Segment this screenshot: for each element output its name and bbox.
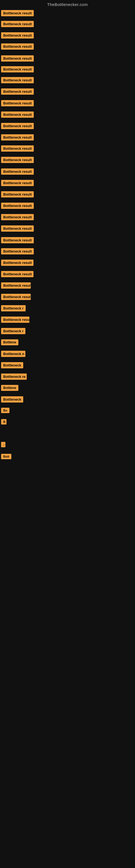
bottleneck-label-0: Bottleneck result [1,10,34,18]
bottleneck-label-24: Bottleneck result [1,282,31,290]
bottleneck-label-5: Bottleneck result [1,66,34,73]
bottleneck-label-34: Bottleneck [1,396,23,404]
bottleneck-label-22: Bottleneck result [1,259,34,267]
bottleneck-label-14: Bottleneck result [1,168,34,176]
bottleneck-label-35: Bo [1,408,9,414]
bottleneck-label-1: Bottleneck result [1,21,34,28]
bottleneck-label-19: Bottleneck result [1,225,34,233]
bottleneck-label-38: Bott [1,454,11,460]
bottleneck-label-25: Bottleneck result [1,294,31,301]
bottleneck-label-16: Bottleneck result [1,191,34,198]
bottleneck-label-18: Bottleneck result [1,214,34,221]
bottleneck-label-13: Bottleneck result [1,157,34,164]
bottleneck-label-21: Bottleneck result [1,248,34,255]
bottleneck-label-12: Bottleneck result [1,145,34,153]
bottleneck-label-29: Bottlene [1,339,18,346]
bottleneck-label-17: Bottleneck result [1,203,34,210]
bottleneck-label-33: Bottlene [1,385,18,392]
bottleneck-label-11: Bottleneck result [1,134,34,142]
bottleneck-label-31: Bottleneck [1,362,23,369]
bottleneck-label-15: Bottleneck result [1,180,34,187]
site-title: TheBottlenecker.com [0,0,135,8]
bottleneck-label-6: Bottleneck result [1,77,34,84]
bottleneck-label-10: Bottleneck result [1,123,34,130]
bottleneck-label-7: Bottleneck result [1,88,34,96]
bottleneck-label-8: Bottleneck result [1,100,34,107]
bottleneck-label-28: Bottleneck r [1,328,26,335]
bottleneck-label-27: Bottleneck result [1,316,30,324]
bottleneck-label-4: Bottleneck result [1,55,34,63]
bottleneck-label-20: Bottleneck result [1,237,34,244]
bottleneck-label-9: Bottleneck result [1,112,34,119]
bottleneck-label-30: Bottleneck n [1,351,26,358]
bottleneck-label-23: Bottleneck result [1,271,34,278]
bottleneck-label-36: B [1,419,6,426]
bottleneck-label-32: Bottleneck re [1,373,27,381]
bottleneck-label-26: Bottleneck r [1,305,26,312]
bottleneck-label-3: Bottleneck result [1,43,34,51]
bottleneck-label-2: Bottleneck result [1,32,34,40]
bottleneck-label-37: : [1,442,5,448]
